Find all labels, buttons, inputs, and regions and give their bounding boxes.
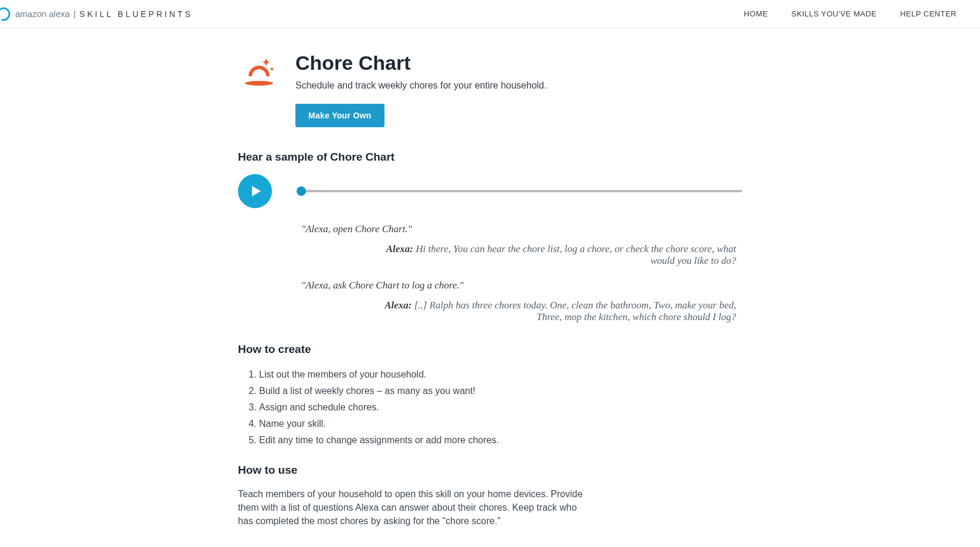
alexa-label: Alexa: bbox=[384, 300, 411, 311]
play-button[interactable] bbox=[238, 174, 272, 208]
alexa-response: Hi there, You can hear the chore list, l… bbox=[413, 243, 736, 266]
transcript-user-line: "Alexa, open Chore Chart." bbox=[301, 223, 736, 235]
nav-help-center[interactable]: HELP CENTER bbox=[900, 9, 957, 18]
alexa-response: [..] Ralph has three chores today. One, … bbox=[411, 300, 736, 322]
how-to-use-heading: How to use bbox=[238, 464, 742, 477]
page-title: Chore Chart bbox=[295, 52, 742, 74]
hero: Chore Chart Schedule and track weekly ch… bbox=[238, 52, 742, 127]
list-item: Assign and schedule chores. bbox=[259, 399, 742, 416]
how-to-use-text: Teach members of your household to open … bbox=[238, 487, 584, 528]
play-icon bbox=[246, 182, 264, 200]
transcript-user-line: "Alexa, ask Chore Chart to log a chore." bbox=[301, 280, 736, 291]
chore-chart-icon bbox=[238, 54, 280, 96]
main-content: Chore Chart Schedule and track weekly ch… bbox=[226, 28, 754, 547]
nav-skills-made[interactable]: SKILLS YOU'VE MADE bbox=[791, 9, 877, 18]
site-header: amazon alexa | SKILL BLUEPRINTS HOME SKI… bbox=[0, 0, 980, 28]
list-item: Edit any time to change assignments or a… bbox=[259, 432, 742, 449]
brand: amazon alexa | SKILL BLUEPRINTS bbox=[0, 7, 193, 21]
list-item: Build a list of weekly chores – as many … bbox=[259, 383, 742, 399]
page-description: Schedule and track weekly chores for you… bbox=[295, 80, 742, 91]
audio-progress-bar[interactable] bbox=[301, 190, 742, 192]
transcript-alexa-line: Alexa: [..] Ralph has three chores today… bbox=[372, 300, 736, 323]
svg-point-0 bbox=[0, 8, 9, 20]
alexa-label: Alexa: bbox=[386, 243, 413, 254]
list-item: Name your skill. bbox=[259, 416, 742, 432]
nav-home[interactable]: HOME bbox=[744, 9, 768, 18]
sample-heading: Hear a sample of Chore Chart bbox=[238, 151, 742, 164]
how-to-create-heading: How to create bbox=[238, 343, 742, 356]
list-item: List out the members of your household. bbox=[259, 366, 742, 383]
svg-point-1 bbox=[245, 81, 273, 86]
brand-blueprints-text: SKILL BLUEPRINTS bbox=[79, 9, 192, 19]
alexa-logo-icon bbox=[0, 7, 11, 21]
brand-separator: | bbox=[73, 9, 76, 19]
brand-alexa-text: amazon alexa bbox=[15, 9, 70, 19]
transcript-alexa-line: Alexa: Hi there, You can hear the chore … bbox=[372, 243, 736, 267]
audio-progress-thumb[interactable] bbox=[297, 186, 306, 196]
sample-transcript: "Alexa, open Chore Chart." Alexa: Hi the… bbox=[238, 223, 742, 323]
audio-sample-controls bbox=[238, 174, 742, 208]
make-your-own-button[interactable]: Make Your Own bbox=[295, 104, 384, 127]
main-nav: HOME SKILLS YOU'VE MADE HELP CENTER bbox=[744, 9, 980, 18]
create-steps-list: List out the members of your household. … bbox=[238, 366, 742, 449]
